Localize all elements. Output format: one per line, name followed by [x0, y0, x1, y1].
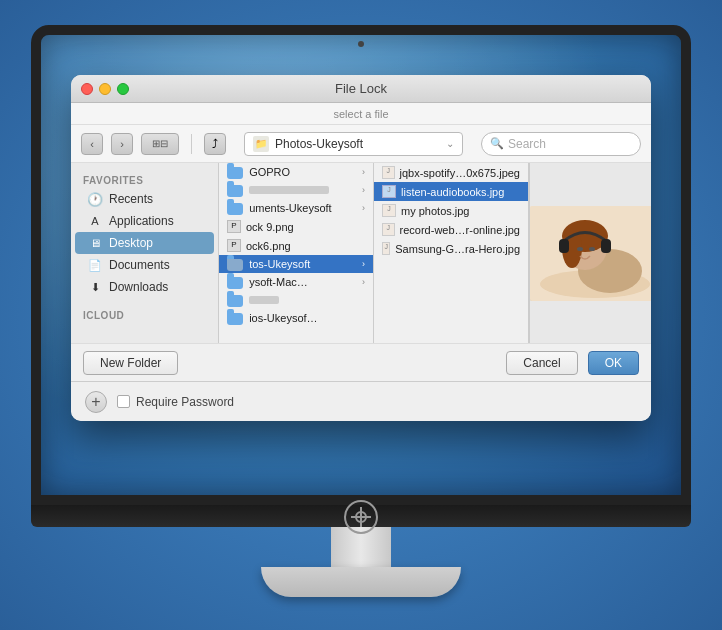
- list-item[interactable]: J record-web…r-online.jpg: [374, 220, 528, 239]
- file-label: my photos.jpg: [401, 205, 469, 217]
- location-button[interactable]: ⤴: [204, 133, 226, 155]
- svg-point-9: [589, 247, 595, 251]
- file-column-2: J jqbx-spotify…0x675.jpeg J listen-audio…: [374, 163, 529, 343]
- traffic-lights: [81, 83, 129, 95]
- sidebar-item-label-applications: Applications: [109, 214, 174, 228]
- close-button[interactable]: [81, 83, 93, 95]
- desktop-icon: 🖥: [87, 235, 103, 251]
- favorites-label: Favorites: [71, 171, 218, 188]
- svg-rect-7: [601, 239, 611, 253]
- search-icon: 🔍: [490, 137, 504, 150]
- list-item[interactable]: J Samsung-G…ra-Hero.jpg: [374, 239, 528, 258]
- file-columns: GOPRO › › uments-Ukeysoft: [219, 163, 651, 343]
- svg-rect-6: [559, 239, 569, 253]
- list-item[interactable]: J jqbx-spotify…0x675.jpeg: [374, 163, 528, 182]
- minimize-button[interactable]: [99, 83, 111, 95]
- arrow-icon: ›: [362, 185, 365, 195]
- app-lower-bar: + Require Password: [71, 381, 651, 421]
- dialog-container: File Lock select a file ‹ › ⊞⊟: [71, 75, 651, 421]
- documents-icon: 📄: [87, 257, 103, 273]
- search-box[interactable]: 🔍 Search: [481, 132, 641, 156]
- list-item[interactable]: P ock6.png: [219, 236, 373, 255]
- require-password-checkbox[interactable]: [117, 395, 130, 408]
- list-item[interactable]: ysoft-Mac… ›: [219, 273, 373, 291]
- file-label: record-web…r-online.jpg: [400, 224, 520, 236]
- svg-point-8: [577, 247, 583, 251]
- subtitle-bar: select a file: [71, 103, 651, 125]
- ok-button[interactable]: OK: [588, 351, 639, 375]
- arrow-icon: ›: [362, 203, 365, 213]
- sidebar: Favorites 🕐 Recents A Applications 🖥 Des…: [71, 163, 219, 343]
- camera-dot: [358, 41, 364, 47]
- list-item[interactable]: J my photos.jpg: [374, 201, 528, 220]
- downloads-icon: ⬇: [87, 279, 103, 295]
- main-content: Favorites 🕐 Recents A Applications 🖥 Des…: [71, 163, 651, 343]
- title-bar: File Lock: [71, 75, 651, 103]
- dialog-title: File Lock: [335, 81, 387, 96]
- list-item[interactable]: tos-Ukeysoft ›: [219, 255, 373, 273]
- list-item[interactable]: J listen-audiobooks.jpg: [374, 182, 528, 201]
- back-button[interactable]: ‹: [81, 133, 103, 155]
- list-item[interactable]: GOPRO ›: [219, 163, 373, 181]
- file-label: jqbx-spotify…0x675.jpeg: [400, 167, 520, 179]
- arrow-icon: ›: [362, 277, 365, 287]
- blurred-text: [249, 296, 279, 304]
- folder-icon: [227, 259, 243, 271]
- new-folder-button[interactable]: New Folder: [83, 351, 178, 375]
- view-icon: ⊞⊟: [152, 138, 168, 149]
- add-button[interactable]: +: [85, 391, 107, 413]
- require-password-container: Require Password: [117, 395, 234, 409]
- sidebar-item-downloads[interactable]: ⬇ Downloads: [75, 276, 214, 298]
- file-label: GOPRO: [249, 166, 290, 178]
- toolbar-separator: [191, 134, 192, 154]
- cancel-button[interactable]: Cancel: [506, 351, 577, 375]
- sidebar-item-desktop[interactable]: 🖥 Desktop: [75, 232, 214, 254]
- list-item[interactable]: P ock 9.png: [219, 217, 373, 236]
- sidebar-item-applications[interactable]: A Applications: [75, 210, 214, 232]
- folder-icon: [227, 313, 243, 325]
- sidebar-item-recents[interactable]: 🕐 Recents: [75, 188, 214, 210]
- back-icon: ‹: [90, 138, 94, 150]
- folder-icon: [227, 203, 243, 215]
- sidebar-item-label-documents: Documents: [109, 258, 170, 272]
- sidebar-item-label-desktop: Desktop: [109, 236, 153, 250]
- list-item[interactable]: ›: [219, 181, 373, 199]
- folder-icon: [227, 295, 243, 307]
- file-label: ysoft-Mac…: [249, 276, 308, 288]
- file-label: Samsung-G…ra-Hero.jpg: [395, 243, 520, 255]
- list-item[interactable]: [219, 291, 373, 309]
- folder-icon: [227, 277, 243, 289]
- location-icon: ⤴: [212, 137, 218, 151]
- sidebar-item-label-downloads: Downloads: [109, 280, 168, 294]
- path-dropdown[interactable]: 📁 Photos-Ukeysoft ⌄: [244, 132, 463, 156]
- file-icon: P: [227, 239, 241, 252]
- sidebar-item-documents[interactable]: 📄 Documents: [75, 254, 214, 276]
- file-label: ios-Ukeysof…: [249, 312, 317, 324]
- stand-logo: [341, 497, 381, 537]
- file-label: uments-Ukeysoft: [249, 202, 332, 214]
- arrow-icon: ›: [362, 167, 365, 177]
- folder-icon: [227, 185, 243, 197]
- image-icon: J: [382, 166, 395, 179]
- monitor-stand-base: [261, 567, 461, 597]
- file-label: ock6.png: [246, 240, 291, 252]
- applications-icon: A: [87, 213, 103, 229]
- image-icon: J: [382, 185, 396, 198]
- image-icon: J: [382, 242, 390, 255]
- path-name: Photos-Ukeysoft: [275, 137, 363, 151]
- forward-button[interactable]: ›: [111, 133, 133, 155]
- list-item[interactable]: uments-Ukeysoft ›: [219, 199, 373, 217]
- monitor-screen: File Lock select a file ‹ › ⊞⊟: [31, 25, 691, 505]
- icloud-label: iCloud: [71, 306, 218, 323]
- blurred-text: [249, 186, 329, 194]
- monitor: File Lock select a file ‹ › ⊞⊟: [21, 25, 701, 605]
- file-column-1: GOPRO › › uments-Ukeysoft: [219, 163, 374, 343]
- image-icon: J: [382, 223, 395, 236]
- maximize-button[interactable]: [117, 83, 129, 95]
- file-label: tos-Ukeysoft: [249, 258, 310, 270]
- bottom-bar: New Folder Cancel OK: [71, 343, 651, 381]
- folder-icon: [227, 167, 243, 179]
- preview-pane: [529, 163, 651, 343]
- list-item[interactable]: ios-Ukeysof…: [219, 309, 373, 327]
- view-button[interactable]: ⊞⊟: [141, 133, 179, 155]
